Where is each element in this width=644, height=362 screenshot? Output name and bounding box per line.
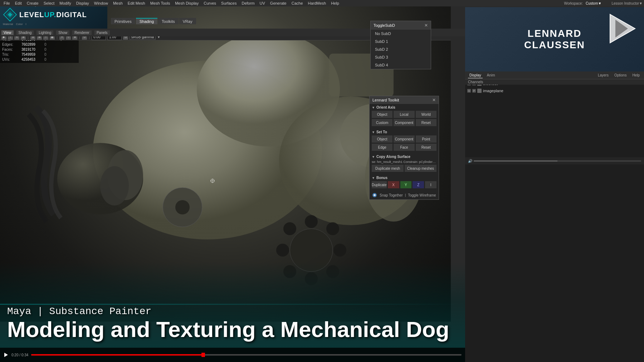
x-btn[interactable]: X <box>388 181 399 188</box>
bonus-title: Bonus <box>376 176 387 180</box>
menu-window[interactable]: Window <box>92 0 110 6</box>
view-tab-view[interactable]: View <box>1 30 14 35</box>
menu-cache[interactable]: Cache <box>289 0 305 6</box>
logo-brand: LEVELUP.DIGITAL <box>3 8 104 22</box>
view-tab-panels[interactable]: Panels <box>94 30 110 35</box>
setto-component-btn[interactable]: Component <box>394 135 414 143</box>
layer-imageplane[interactable]: V P imageplane <box>465 87 644 94</box>
orient-reset-btn[interactable]: Reset <box>416 119 436 126</box>
view-tab-renderer[interactable]: Renderer <box>72 30 92 35</box>
menu-bar: File Edit Create Select Modify Display W… <box>0 0 644 6</box>
orient-custom-btn[interactable]: Custom <box>372 119 392 126</box>
svg-point-19 <box>175 200 190 214</box>
tab-vray[interactable]: VRay <box>179 18 196 24</box>
menu-curves[interactable]: Curves <box>201 0 218 6</box>
menu-mesh[interactable]: Mesh <box>111 0 125 6</box>
menu-select[interactable]: Select <box>42 0 57 6</box>
setto-reset-btn[interactable]: Reset <box>416 144 436 151</box>
ch-tab-help[interactable]: Help <box>631 73 641 78</box>
instructor-name-line1: LENNARD <box>524 28 585 39</box>
menu-modify[interactable]: Modify <box>57 0 73 6</box>
sub-option-3[interactable]: SubD 3 <box>371 53 431 61</box>
menu-help[interactable]: Help <box>329 0 341 6</box>
svg-point-26 <box>276 244 289 257</box>
channel-header: Display Anim Layers Options Help <box>465 71 644 79</box>
mode-tabs: Primitives Shading Toolkits VRay <box>111 18 196 24</box>
sub-option-2[interactable]: SubD 2 <box>371 45 431 53</box>
ch-tab-options[interactable]: Options <box>613 73 628 78</box>
z-btn[interactable]: Z <box>413 181 424 188</box>
i-btn[interactable]: I <box>425 181 436 188</box>
layer-p-imageplane[interactable]: P <box>472 89 476 93</box>
setto-point-btn[interactable]: Point <box>416 135 436 143</box>
tab-shading[interactable]: Shading <box>136 18 157 24</box>
tab-primitives[interactable]: Primitives <box>111 18 135 24</box>
faces-value: 3819170 <box>21 47 43 52</box>
orient-local-btn[interactable]: Local <box>394 111 414 118</box>
ch-tab-layers[interactable]: Layers <box>596 73 610 78</box>
view-tab-show[interactable]: Show <box>56 30 69 35</box>
sub-i: I <box>26 23 26 26</box>
orient-object-btn[interactable]: Object <box>372 111 392 118</box>
bonus-arrow: ▼ <box>372 176 375 180</box>
snap-together-btn[interactable]: Snap Together <box>380 193 403 197</box>
sub-option-4[interactable]: SubD 4 <box>371 61 431 69</box>
audio-icon[interactable]: 🔊 <box>468 159 472 163</box>
menu-generate[interactable]: Generate <box>268 0 289 6</box>
sub-color: Color <box>16 23 23 26</box>
toggle-sub-header[interactable]: ToggleSubD ✕ <box>371 21 431 30</box>
toggle-sub-close[interactable]: ✕ <box>424 23 428 28</box>
y-btn[interactable]: Y <box>400 181 412 188</box>
set-to-section: ▼ Set To Object Component Point Edge Fac… <box>370 129 439 153</box>
menu-uv[interactable]: UV <box>258 0 267 6</box>
play-button[interactable] <box>4 352 9 357</box>
sub-option-none[interactable]: No SubD <box>371 30 431 38</box>
layer-v-imageplane[interactable]: V <box>467 89 471 93</box>
duplicate-mesh-btn[interactable]: Duplicate mesh <box>372 165 404 172</box>
channels-label: Channels <box>465 79 644 85</box>
menu-display[interactable]: Display <box>74 0 91 6</box>
menu-deform[interactable]: Deform <box>239 0 257 6</box>
toggle-sub-dropdown: ToggleSubD ✕ No SubD SubD 1 SubD 2 SubD … <box>370 21 431 69</box>
svg-point-29 <box>326 222 339 235</box>
toolkit-close[interactable]: ✕ <box>432 98 436 103</box>
menu-mesh-display[interactable]: Mesh Display <box>173 0 201 6</box>
workspace-value[interactable]: Custom▼ <box>586 1 601 5</box>
layer-icon-imageplane <box>477 89 482 93</box>
levelup-logo-right <box>605 11 640 46</box>
audio-controls: 🔊 <box>465 157 644 164</box>
lesson-instructor-label[interactable]: Lesson Instructor▼ <box>611 1 643 5</box>
progress-track[interactable] <box>31 354 462 356</box>
copy-along-title: Copy Along Surface <box>376 155 410 159</box>
setto-object-btn[interactable]: Object <box>372 135 392 143</box>
ch-tab-display[interactable]: Display <box>468 73 483 78</box>
set-to-title: Set To <box>376 130 387 134</box>
view-tab-lighting[interactable]: Lighting <box>36 30 53 35</box>
toggle-wireframe-btn[interactable]: Toggle Wireframe <box>408 193 436 197</box>
svg-point-28 <box>283 222 296 235</box>
orient-component-btn[interactable]: Component <box>394 119 414 126</box>
subtitle-area: Maya | Substance Painter Modeling and Te… <box>7 306 449 341</box>
menu-hardmesh[interactable]: HardMesh <box>306 0 328 6</box>
cleanup-meshes-btn[interactable]: Cleanup meshes <box>405 165 436 172</box>
menu-edit-mesh[interactable]: Edit Mesh <box>126 0 147 6</box>
menu-file[interactable]: File <box>1 0 12 6</box>
menu-edit[interactable]: Edit <box>13 0 24 6</box>
bonus-btn-row: Duplicate X Y Z I <box>372 181 436 188</box>
ch-tab-anim[interactable]: Anim <box>486 73 497 78</box>
setto-edge-btn[interactable]: Edge <box>372 144 392 151</box>
menu-create[interactable]: Create <box>25 0 41 6</box>
view-tab-shading[interactable]: Shading <box>16 30 34 35</box>
orient-world-btn[interactable]: World <box>416 111 436 118</box>
progress-thumb[interactable] <box>201 353 205 357</box>
menu-surfaces[interactable]: Surfaces <box>219 0 239 6</box>
sub-option-1[interactable]: SubD 1 <box>371 38 431 45</box>
tab-toolkits[interactable]: Toolkits <box>158 18 179 24</box>
duplicate-btn[interactable]: Duplicate <box>372 181 387 188</box>
copy-btn-row: Duplicate mesh Cleanup meshes <box>372 165 436 172</box>
progress-bar-area: 0:20 / 0:34 <box>0 348 465 362</box>
subtitle-line2: Modeling and Texturing a Mechanical Dog <box>7 318 449 341</box>
menu-mesh-tools[interactable]: Mesh Tools <box>148 0 172 6</box>
sep: | <box>405 193 406 197</box>
setto-face-btn[interactable]: Face <box>394 144 414 151</box>
